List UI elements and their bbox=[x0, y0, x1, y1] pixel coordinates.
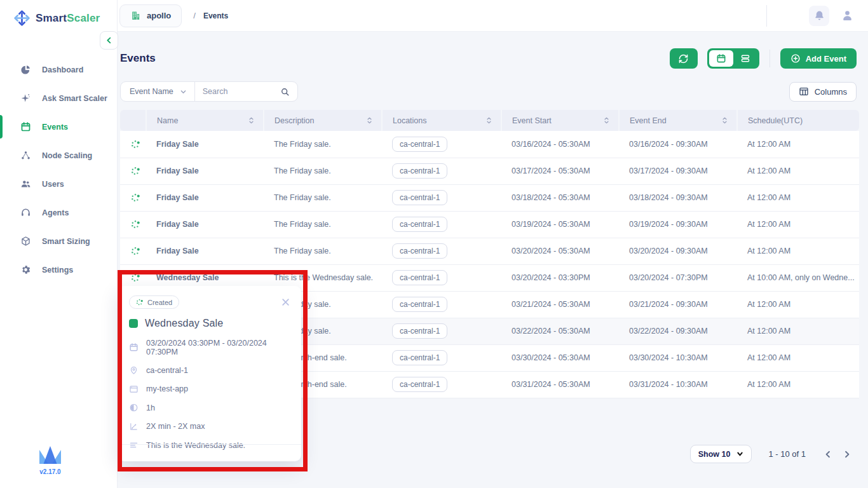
recurring-event-icon bbox=[131, 166, 140, 175]
headset-icon bbox=[20, 207, 31, 218]
page-title: Events bbox=[120, 52, 156, 65]
sidebar-item-events[interactable]: Events bbox=[0, 112, 117, 141]
column-header-event-start[interactable]: Event Start bbox=[501, 110, 619, 131]
column-header-event-end[interactable]: Event End bbox=[619, 110, 737, 131]
workspace-selector[interactable]: apollo bbox=[119, 4, 182, 27]
column-header-icon bbox=[120, 110, 146, 131]
recurring-event-icon bbox=[131, 140, 140, 149]
sidebar-item-dashboard[interactable]: Dashboard bbox=[0, 55, 117, 84]
event-schedule: At 10:00 AM, only on Wedne... bbox=[737, 264, 859, 291]
cube-icon bbox=[20, 236, 31, 247]
close-popup-button[interactable] bbox=[281, 297, 290, 307]
search-bar: Event Name bbox=[120, 81, 298, 102]
sort-icon[interactable] bbox=[247, 116, 255, 125]
popup-datetime: 03/20/2024 03:30PM - 03/20/2024 07:30PM bbox=[146, 339, 290, 356]
chevron-down-icon bbox=[180, 88, 187, 95]
popup-event-title: Wednesday Sale bbox=[145, 318, 223, 329]
sidebar-item-label: Node Scaling bbox=[42, 151, 92, 160]
sort-icon[interactable] bbox=[602, 116, 611, 125]
table-row[interactable]: Friday SaleThe Friday sale.ca-central-10… bbox=[120, 211, 859, 238]
notifications-button[interactable] bbox=[809, 6, 829, 26]
columns-button[interactable]: Columns bbox=[789, 82, 857, 102]
calendar-icon bbox=[20, 121, 31, 132]
event-name: Friday Sale bbox=[146, 238, 264, 264]
location-chip: ca-central-1 bbox=[392, 163, 447, 179]
scaling-chart-icon bbox=[129, 422, 139, 431]
actions-divider bbox=[770, 50, 770, 67]
sort-icon[interactable] bbox=[485, 116, 493, 125]
sort-icon[interactable] bbox=[721, 116, 729, 125]
app-version: v2.17.0 bbox=[39, 468, 60, 475]
location-chip: ca-central-1 bbox=[392, 137, 447, 152]
building-icon bbox=[130, 10, 141, 21]
event-start: 03/22/2024 - 05:30AM bbox=[501, 318, 619, 344]
crown-logo-icon bbox=[37, 444, 64, 466]
location-chip: ca-central-1 bbox=[392, 350, 447, 365]
person-icon bbox=[841, 9, 854, 22]
add-event-button[interactable]: Add Event bbox=[780, 48, 857, 69]
sidebar-item-settings[interactable]: Settings bbox=[0, 255, 117, 284]
duration-clock-icon bbox=[129, 403, 139, 412]
event-description: The Friday sale. bbox=[264, 238, 382, 264]
list-icon bbox=[740, 53, 750, 64]
columns-icon bbox=[799, 86, 809, 97]
search-field-value: Event Name bbox=[130, 87, 173, 96]
close-icon bbox=[281, 297, 290, 307]
collapse-sidebar-button[interactable] bbox=[100, 31, 118, 50]
page-size-select[interactable]: Show 10 bbox=[690, 445, 752, 463]
add-event-label: Add Event bbox=[806, 54, 846, 64]
table-row[interactable]: Friday SaleThe Friday sale.ca-central-10… bbox=[120, 184, 859, 211]
sidebar-item-ask-smart-scaler[interactable]: Ask Smart Scaler bbox=[0, 84, 117, 112]
brand-logo[interactable]: SmartScaler bbox=[0, 0, 117, 27]
sidebar-item-label: Settings bbox=[42, 266, 73, 274]
sidebar-item-node-scaling[interactable]: Node Scaling bbox=[0, 141, 117, 170]
table-row[interactable]: Friday SaleThe Friday sale.ca-central-10… bbox=[120, 131, 859, 158]
location-chip: ca-central-1 bbox=[392, 297, 447, 312]
event-end: 03/20/2024 - 09:30AM bbox=[619, 238, 737, 264]
search-field-dropdown[interactable]: Event Name bbox=[121, 82, 195, 101]
profile-button[interactable] bbox=[841, 9, 854, 22]
refresh-icon bbox=[678, 53, 689, 64]
column-header-name[interactable]: Name bbox=[146, 110, 264, 131]
event-schedule: At 12:00 AM bbox=[737, 211, 859, 238]
description-lines-icon bbox=[129, 440, 139, 450]
event-schedule: At 12:00 AM bbox=[737, 238, 859, 264]
sidebar-item-users[interactable]: Users bbox=[0, 170, 117, 198]
previous-page-button[interactable] bbox=[824, 450, 832, 459]
event-start: 03/19/2024 - 05:30AM bbox=[501, 211, 619, 238]
sort-icon[interactable] bbox=[365, 116, 374, 125]
event-color-swatch bbox=[129, 319, 138, 328]
sidebar-item-label: Ask Smart Scaler bbox=[42, 94, 107, 103]
event-description: The Friday sale. bbox=[264, 131, 382, 158]
sidebar-item-label: Dashboard bbox=[42, 65, 83, 74]
event-name: Friday Sale bbox=[146, 131, 264, 158]
status-badge-label: Created bbox=[147, 299, 172, 306]
sidebar-item-smart-sizing[interactable]: Smart Sizing bbox=[0, 227, 117, 255]
chevron-down-icon bbox=[736, 451, 743, 458]
recurring-event-icon bbox=[131, 247, 140, 255]
list-view-toggle[interactable] bbox=[733, 50, 757, 67]
breadcrumb-separator: / bbox=[193, 11, 196, 20]
column-header-locations[interactable]: Locations bbox=[382, 110, 501, 131]
search-input[interactable] bbox=[203, 87, 280, 96]
column-header-description[interactable]: Description bbox=[264, 110, 382, 131]
event-start: 03/18/2024 - 05:30AM bbox=[501, 184, 619, 211]
event-detail-popup: Created Wednesday Sale 03/20/2024 03:30P… bbox=[118, 286, 301, 461]
sidebar-item-agents[interactable]: Agents bbox=[0, 198, 117, 227]
table-row[interactable]: Friday SaleThe Friday sale.ca-central-10… bbox=[120, 158, 859, 184]
event-description: The Friday sale. bbox=[264, 184, 382, 211]
sidebar-item-label: Smart Sizing bbox=[42, 237, 90, 246]
recurring-event-icon bbox=[131, 193, 140, 202]
event-start: 03/20/2024 - 05:30AM bbox=[501, 238, 619, 264]
breadcrumb: Events bbox=[203, 11, 228, 20]
event-name: Friday Sale bbox=[146, 211, 264, 238]
calendar-icon bbox=[129, 342, 139, 352]
table-row[interactable]: Friday SaleThe Friday sale.ca-central-10… bbox=[120, 238, 859, 264]
event-schedule: At 12:00 AM bbox=[737, 291, 859, 318]
calendar-view-toggle[interactable] bbox=[709, 50, 733, 67]
popup-app: my-test-app bbox=[146, 384, 188, 393]
event-schedule: At 12:00 AM bbox=[737, 131, 859, 158]
next-page-button[interactable] bbox=[843, 450, 851, 459]
event-name: Friday Sale bbox=[146, 184, 264, 211]
refresh-button[interactable] bbox=[670, 48, 698, 69]
